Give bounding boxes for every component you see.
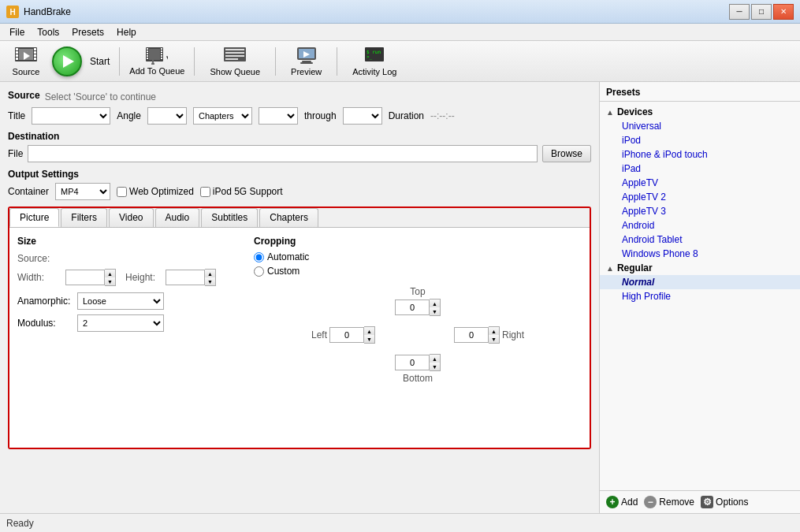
browse-button[interactable]: Browse — [542, 145, 591, 162]
top-spinner-btns: ▲ ▼ — [430, 299, 441, 316]
svg-rect-15 — [147, 53, 148, 54]
preset-appletv2[interactable]: AppleTV 2 — [600, 190, 800, 204]
minimize-button[interactable]: ─ — [729, 4, 750, 20]
tab-content-picture: Size Source: Width: ▲ ▼ — [9, 227, 590, 448]
left-up[interactable]: ▲ — [364, 327, 374, 335]
show-queue-button[interactable]: Show Queue — [204, 43, 266, 80]
menu-file[interactable]: File — [3, 25, 31, 39]
anamorphic-select[interactable]: Loose — [77, 292, 164, 310]
tab-audio[interactable]: Audio — [155, 208, 200, 227]
maximize-button[interactable]: □ — [751, 4, 772, 20]
file-label: File — [8, 148, 23, 159]
height-up[interactable]: ▲ — [205, 270, 215, 277]
automatic-radio[interactable] — [254, 252, 264, 262]
add-label: Add — [621, 497, 638, 508]
svg-rect-18 — [161, 48, 162, 50]
preset-appletv3[interactable]: AppleTV 3 — [600, 204, 800, 218]
chapter-start-select[interactable] — [259, 107, 298, 125]
width-up[interactable]: ▲ — [105, 270, 115, 277]
svg-rect-23 — [149, 49, 160, 60]
menu-tools[interactable]: Tools — [31, 25, 65, 39]
top-up[interactable]: ▲ — [430, 299, 440, 307]
ipod-support-checkbox[interactable] — [200, 187, 210, 197]
right-up[interactable]: ▲ — [489, 327, 499, 335]
width-input[interactable] — [65, 270, 105, 285]
crop-left-input[interactable]: 0 — [329, 327, 364, 343]
source-row-size: Source: — [17, 253, 238, 264]
svg-rect-19 — [161, 50, 162, 52]
preset-android-tablet[interactable]: Android Tablet — [600, 233, 800, 247]
crop-right-area: 0 ▲ ▼ Right — [454, 326, 524, 344]
preset-high-profile[interactable]: High Profile — [600, 289, 800, 303]
menu-help[interactable]: Help — [110, 25, 143, 39]
gear-icon: ⚙ — [701, 496, 713, 508]
preset-android[interactable]: Android — [600, 218, 800, 233]
tab-chapters[interactable]: Chapters — [259, 208, 318, 227]
add-to-queue-button[interactable]: ▾ Add To Queue — [129, 47, 184, 76]
presets-footer: + Add − Remove ⚙ Options — [600, 490, 800, 513]
right-spinner-btns: ▲ ▼ — [489, 326, 500, 344]
angle-select[interactable] — [147, 107, 187, 125]
start-button[interactable] — [52, 47, 82, 76]
size-section: Size Source: Width: ▲ ▼ — [17, 236, 238, 384]
height-label: Height: — [125, 272, 161, 283]
options-button[interactable]: ⚙ Options — [701, 496, 748, 508]
preset-appletv[interactable]: AppleTV — [600, 176, 800, 190]
modulus-select[interactable]: 2 — [77, 314, 164, 332]
preset-iphone-ipod-touch[interactable]: iPhone & iPod touch — [600, 147, 800, 162]
crop-top-input[interactable]: 0 — [395, 299, 430, 315]
svg-text:H: H — [9, 8, 15, 17]
chapter-end-select[interactable] — [343, 107, 382, 125]
web-optimized-checkbox[interactable] — [117, 187, 127, 197]
app-icon: H — [6, 6, 19, 18]
chapters-select[interactable]: Chapters — [193, 107, 252, 125]
crop-bottom-input[interactable]: 0 — [395, 355, 430, 370]
left-spinner: 0 ▲ ▼ — [329, 326, 375, 344]
cropping-section: Cropping Automatic Custom — [254, 236, 582, 384]
preset-universal[interactable]: Universal — [600, 119, 800, 133]
menu-presets[interactable]: Presets — [65, 25, 110, 39]
preset-normal[interactable]: Normal — [600, 275, 800, 289]
top-label: Top — [410, 286, 425, 297]
width-down[interactable]: ▼ — [105, 277, 115, 285]
activity-log-label: Activity Log — [352, 67, 396, 76]
crop-right-input[interactable]: 0 — [454, 327, 489, 343]
preview-button[interactable]: Preview — [285, 43, 327, 80]
top-down[interactable]: ▼ — [430, 307, 440, 315]
title-bar-buttons: ─ □ ✕ — [729, 4, 794, 20]
preset-windows-phone-8[interactable]: Windows Phone 8 — [600, 247, 800, 261]
anamorphic-row: Anamorphic: Loose — [17, 292, 238, 310]
tab-subtitles[interactable]: Subtitles — [201, 208, 258, 227]
title-select[interactable] — [32, 107, 110, 125]
svg-rect-35 — [300, 62, 313, 64]
container-select[interactable]: MP4 — [55, 183, 110, 200]
left-down[interactable]: ▼ — [364, 335, 374, 343]
custom-radio[interactable] — [254, 266, 264, 277]
height-input[interactable] — [166, 270, 205, 285]
ipod-support-label[interactable]: iPod 5G Support — [200, 186, 283, 197]
svg-rect-29 — [225, 52, 244, 54]
bottom-spinner: 0 ▲ ▼ — [395, 354, 441, 371]
right-down[interactable]: ▼ — [489, 335, 499, 343]
bottom-down[interactable]: ▼ — [430, 363, 440, 370]
tree-group-regular[interactable]: ▲ Regular — [600, 261, 800, 275]
tab-picture[interactable]: Picture — [9, 208, 59, 227]
add-preset-button[interactable]: + Add — [606, 496, 638, 508]
close-button[interactable]: ✕ — [773, 4, 794, 20]
web-optimized-label[interactable]: Web Optimized — [117, 186, 194, 197]
options-label: Options — [716, 497, 748, 508]
tree-group-devices[interactable]: ▲ Devices — [600, 105, 800, 119]
svg-rect-17 — [147, 58, 148, 59]
tab-video[interactable]: Video — [109, 208, 153, 227]
tab-filters[interactable]: Filters — [61, 208, 107, 227]
height-down[interactable]: ▼ — [205, 277, 215, 285]
source-button[interactable]: Source — [6, 43, 46, 80]
file-input[interactable] — [28, 145, 538, 162]
preset-ipad[interactable]: iPad — [600, 162, 800, 176]
right-spinner: 0 ▲ ▼ — [454, 326, 500, 344]
preset-ipod[interactable]: iPod — [600, 133, 800, 147]
container-label: Container — [8, 186, 49, 197]
remove-preset-button[interactable]: − Remove — [644, 496, 694, 508]
activity-log-button[interactable]: $ run >_ Activity Log — [347, 43, 402, 80]
bottom-up[interactable]: ▲ — [430, 355, 440, 363]
